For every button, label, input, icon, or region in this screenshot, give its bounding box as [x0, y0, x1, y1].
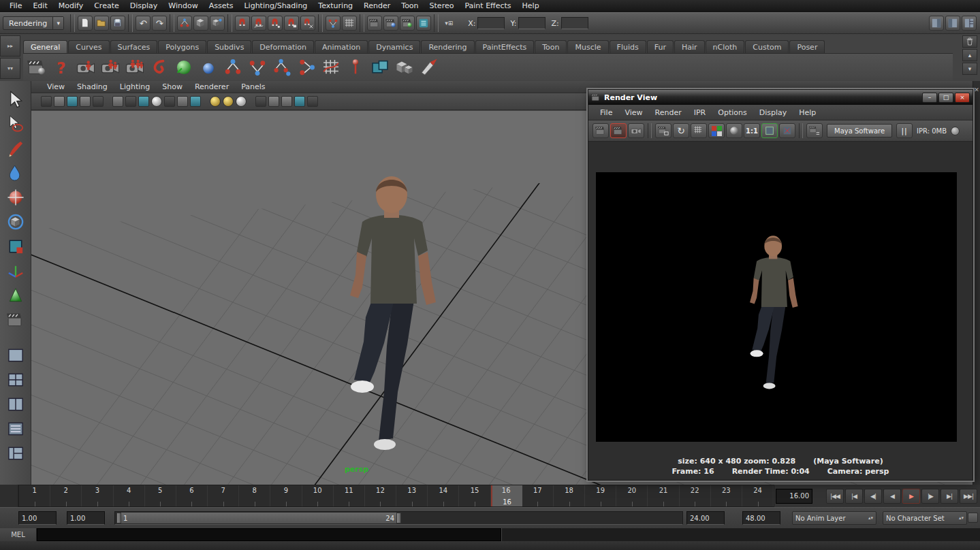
- shelf-tab[interactable]: Surfaces: [110, 40, 158, 53]
- pause-icon[interactable]: ||: [896, 123, 913, 138]
- timeline-frame-cell[interactable]: 8: [239, 485, 270, 506]
- outliner-persp-layout-icon[interactable]: [3, 417, 28, 440]
- toolbox-collapse-icon[interactable]: ▸▸: [0, 35, 20, 56]
- display-real-size-icon[interactable]: 1:1: [744, 123, 760, 138]
- render-region-icon[interactable]: [610, 123, 627, 138]
- playback-button[interactable]: ◀: [883, 489, 901, 504]
- timeline-frame-cell[interactable]: 1: [19, 485, 50, 506]
- shelf-tab[interactable]: Subdivs: [207, 40, 251, 53]
- lasso-select-tool-icon[interactable]: [3, 112, 28, 135]
- redo-icon[interactable]: ↷: [152, 16, 167, 31]
- shelf-tab[interactable]: Hair: [674, 40, 705, 53]
- menu-item[interactable]: Modify: [53, 0, 89, 12]
- snap-to-curves-icon[interactable]: [251, 16, 266, 31]
- keep-image-icon[interactable]: [761, 123, 778, 138]
- status-group-separator[interactable]: [170, 14, 174, 32]
- vp-image-plane-icon[interactable]: [80, 96, 91, 107]
- snapshot-icon[interactable]: [628, 123, 644, 138]
- vp-use-default-material-icon[interactable]: [151, 96, 162, 107]
- renderer-selector[interactable]: Maya Software: [827, 124, 892, 138]
- timeline-frame-cell[interactable]: 22: [680, 485, 711, 506]
- status-group-separator[interactable]: [360, 14, 364, 32]
- hierarchy-unparent-icon[interactable]: [246, 56, 269, 79]
- menu-item[interactable]: File: [4, 0, 27, 12]
- menu-item[interactable]: Display: [125, 0, 163, 12]
- shelf-tab[interactable]: Curves: [68, 40, 109, 53]
- animation-start-input[interactable]: [18, 511, 57, 525]
- time-slider-track[interactable]: 16 1 2 3 4 5 6 7 8 9 10: [18, 485, 774, 507]
- range-end-handle[interactable]: [396, 513, 401, 523]
- playback-button[interactable]: ◀|: [864, 489, 882, 504]
- shelf-scroll-down-icon[interactable]: ▾: [962, 63, 977, 75]
- render-view-menu-item[interactable]: Help: [793, 108, 822, 117]
- hierarchy-ungroup-icon[interactable]: [295, 56, 318, 79]
- timeline-frame-cell[interactable]: 15: [459, 485, 490, 506]
- timeline-frame-cell[interactable]: 9: [270, 485, 302, 506]
- status-group-separator[interactable]: [128, 14, 133, 32]
- playback-button[interactable]: ▶: [902, 489, 920, 504]
- menu-item[interactable]: Render: [358, 0, 396, 12]
- hypergraph-persp-layout-icon[interactable]: [3, 442, 28, 465]
- container-icon[interactable]: [368, 56, 392, 79]
- render-settings-dialog-icon[interactable]: [806, 123, 823, 138]
- current-time-input[interactable]: [776, 489, 812, 504]
- vp-select-camera-icon[interactable]: [41, 96, 52, 107]
- vp-isolate-select-icon[interactable]: [255, 96, 266, 107]
- shelf-tab[interactable]: Animation: [315, 40, 368, 53]
- timeline-frame-cell[interactable]: 4: [114, 485, 145, 506]
- menu-item[interactable]: Toon: [396, 0, 424, 12]
- minimize-button[interactable]: –: [922, 93, 937, 103]
- viewport-menu-item[interactable]: Shading: [71, 82, 114, 91]
- input-connections-icon[interactable]: [326, 16, 341, 31]
- construction-history-icon[interactable]: [342, 16, 357, 31]
- select-by-object-icon[interactable]: [193, 16, 208, 31]
- four-pane-layout-icon[interactable]: [3, 368, 28, 391]
- menu-item[interactable]: Edit: [27, 0, 52, 12]
- render-view-menu-item[interactable]: Options: [712, 108, 753, 117]
- viewport-menu-item[interactable]: Lighting: [114, 82, 156, 91]
- vp-resolution-gate-icon[interactable]: [177, 96, 188, 107]
- viewport-menu-item[interactable]: Show: [156, 82, 189, 91]
- snap-to-view-planes-icon[interactable]: [284, 16, 299, 31]
- status-group-separator[interactable]: [70, 14, 75, 32]
- vp-gate-mask-icon[interactable]: [190, 96, 201, 107]
- timeline-frame-cell[interactable]: 21: [648, 485, 679, 506]
- green-sphere-icon[interactable]: [172, 56, 195, 79]
- universal-manipulator-icon[interactable]: [3, 259, 28, 282]
- vp-all-lights-icon[interactable]: [223, 96, 234, 107]
- graph-editor-icon[interactable]: [319, 56, 343, 79]
- menu-set-selector[interactable]: Rendering ▾: [3, 16, 64, 30]
- shelf-trash-icon[interactable]: [962, 35, 977, 48]
- show-manipulator-tool-icon[interactable]: [3, 308, 28, 331]
- timeline-frame-cell[interactable]: 20: [616, 485, 648, 506]
- playback-button[interactable]: ▶▶|: [960, 489, 977, 504]
- timeline-frame-cell[interactable]: 24: [742, 485, 774, 506]
- ipr-render-region-icon[interactable]: [655, 123, 671, 138]
- timeline-frame-cell[interactable]: 19: [585, 485, 616, 506]
- shelf-tab[interactable]: Rendering: [421, 40, 474, 53]
- help-icon[interactable]: ?: [50, 56, 73, 79]
- animation-end-input[interactable]: [742, 511, 780, 525]
- shelf-scroll-up-icon[interactable]: ▴: [962, 49, 977, 61]
- anim-layer-selector[interactable]: No Anim Layer ▴▾: [792, 511, 876, 525]
- range-start-handle[interactable]: [116, 513, 121, 523]
- show-channel-box-icon[interactable]: [962, 16, 977, 31]
- playback-end-input[interactable]: [686, 511, 725, 525]
- timeline-frame-cell[interactable]: 13: [396, 485, 428, 506]
- render-view-menu-item[interactable]: View: [618, 108, 648, 117]
- open-render-view-icon[interactable]: [367, 16, 382, 31]
- shelf-tab[interactable]: Poser: [789, 40, 825, 53]
- menu-item[interactable]: Paint Effects: [459, 0, 516, 12]
- viewport-menu-item[interactable]: Renderer: [189, 82, 235, 91]
- remove-image-icon[interactable]: [779, 123, 795, 138]
- vp-textured-icon[interactable]: [138, 96, 149, 107]
- status-group-separator[interactable]: [434, 14, 439, 32]
- menu-item[interactable]: Lighting/Shading: [238, 0, 313, 12]
- timeline-frame-cell[interactable]: 3: [82, 485, 113, 506]
- render-view-menu-item[interactable]: File: [594, 108, 618, 117]
- menu-item[interactable]: Stereo: [424, 0, 460, 12]
- vp-camera-settings-icon[interactable]: [294, 96, 305, 107]
- new-scene-icon[interactable]: [78, 16, 93, 31]
- alpha-channel-icon[interactable]: [726, 123, 742, 138]
- range-slider-track[interactable]: 1 24: [114, 511, 683, 525]
